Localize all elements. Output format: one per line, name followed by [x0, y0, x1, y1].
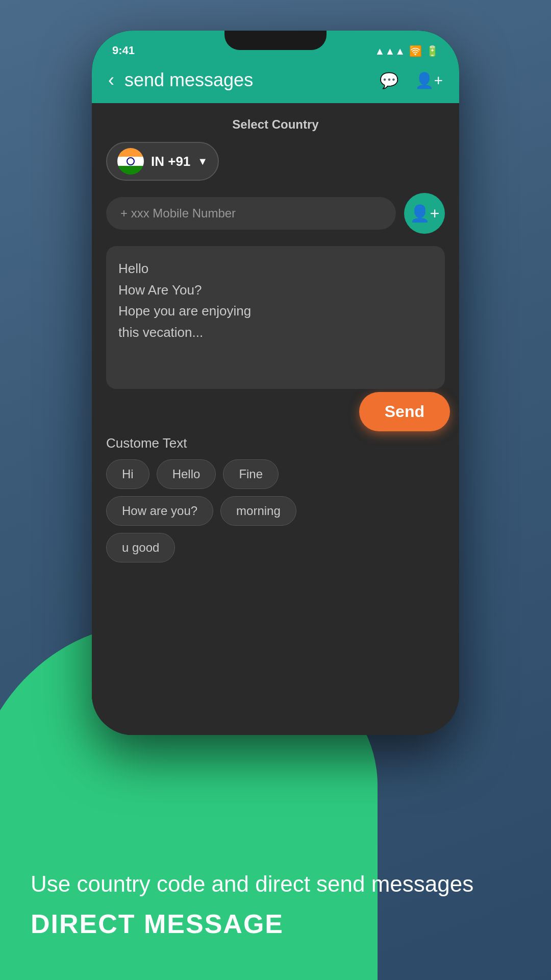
- add-contact-icon: 👤+: [410, 204, 440, 223]
- flag-top: [117, 148, 144, 157]
- chip-how-are-you[interactable]: How are you?: [106, 496, 213, 526]
- phone-mockup: 9:41 ▲▲▲ 🛜 🔋 ‹ send messages 💬 👤+ Select…: [92, 31, 459, 735]
- battery-icon: 🔋: [426, 45, 439, 57]
- phone-input-placeholder: + xxx Mobile Number: [120, 206, 236, 220]
- flag-bot: [117, 166, 144, 175]
- custom-text-label: Custome Text: [106, 435, 445, 451]
- message-textarea[interactable]: HelloHow Are You?Hope you are enjoyingth…: [106, 246, 445, 389]
- chips-row-1: Hi Hello Fine: [106, 459, 445, 489]
- country-flag: [117, 148, 144, 175]
- status-icons: ▲▲▲ 🛜 🔋: [375, 45, 439, 57]
- add-contact-header-icon[interactable]: 👤+: [415, 71, 443, 89]
- phone-input-row: + xxx Mobile Number 👤+: [106, 193, 445, 234]
- send-row: Send: [106, 397, 445, 431]
- status-time: 9:41: [112, 44, 135, 57]
- message-content: HelloHow Are You?Hope you are enjoyingth…: [118, 258, 433, 343]
- chip-hello[interactable]: Hello: [157, 459, 216, 489]
- country-dropdown-arrow[interactable]: ▼: [197, 156, 208, 167]
- flag-mid: [117, 157, 144, 165]
- ashoka-wheel: [127, 157, 135, 165]
- chips-row-2: How are you? morning: [106, 496, 445, 526]
- country-code-label: IN +91: [151, 154, 190, 169]
- select-country-label: Select Country: [106, 117, 445, 132]
- phone-notch: [224, 31, 327, 50]
- chip-u-good[interactable]: u good: [106, 533, 175, 562]
- wifi-icon: 🛜: [409, 45, 422, 57]
- signal-icon: ▲▲▲: [375, 45, 405, 57]
- chip-morning[interactable]: morning: [220, 496, 296, 526]
- mobile-number-input[interactable]: + xxx Mobile Number: [106, 197, 396, 230]
- chip-fine[interactable]: Fine: [223, 459, 279, 489]
- send-button[interactable]: Send: [359, 392, 450, 431]
- chip-hi[interactable]: Hi: [106, 459, 149, 489]
- header-title: send messages: [124, 69, 363, 91]
- app-header: ‹ send messages 💬 👤+: [92, 61, 459, 103]
- add-contact-button[interactable]: 👤+: [404, 193, 445, 234]
- tagline-text: Use country code and direct send message…: [31, 869, 473, 898]
- back-button[interactable]: ‹: [108, 69, 114, 91]
- phone-content-area: Select Country IN +91 ▼: [92, 103, 459, 735]
- brand-name: DIRECT MESSAGE: [31, 909, 473, 939]
- bottom-text-section: Use country code and direct send message…: [31, 869, 473, 939]
- chat-icon[interactable]: 💬: [380, 71, 398, 89]
- phone-frame: 9:41 ▲▲▲ 🛜 🔋 ‹ send messages 💬 👤+ Select…: [92, 31, 459, 735]
- country-selector[interactable]: IN +91 ▼: [106, 142, 219, 181]
- chips-row-3: u good: [106, 533, 445, 562]
